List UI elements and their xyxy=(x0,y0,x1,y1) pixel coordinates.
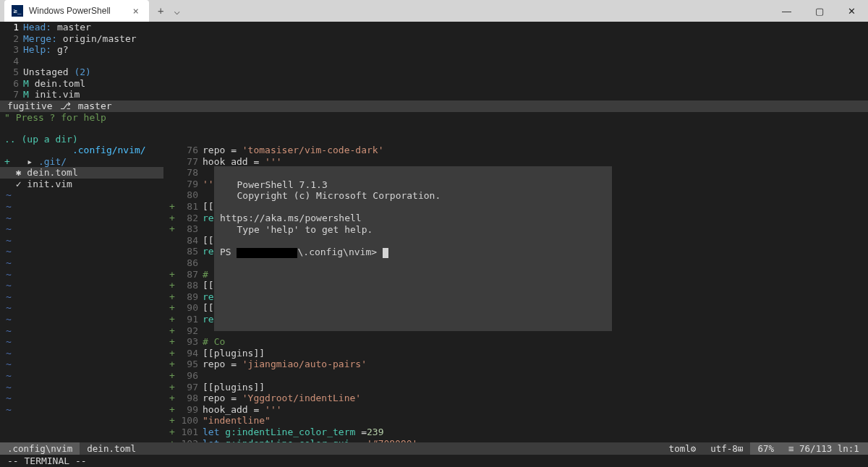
empty-line: ~ xyxy=(0,393,163,404)
statusline: .config\nvim dein.toml toml ⚙ utf-8 ⊞ 67… xyxy=(0,442,868,455)
empty-line: ~ xyxy=(0,189,163,201)
code-line[interactable]: +97[[plugins]] xyxy=(163,382,868,393)
status-percent: 67% xyxy=(750,442,781,455)
status-ruler: ≡ 76/113 ln:1 xyxy=(781,442,868,455)
branch-name: master xyxy=(78,100,112,111)
empty-line: ~ xyxy=(0,314,163,325)
empty-line: ~ xyxy=(0,404,163,416)
os-icon: ⊞ xyxy=(738,443,744,454)
tree-item[interactable]: ✱ dein.toml xyxy=(0,167,163,179)
term-line: https://aka.ms/powershell xyxy=(220,213,362,223)
empty-line: ~ xyxy=(0,382,163,393)
term-line: Type 'help' to get help. xyxy=(220,224,373,235)
fugitive-line[interactable]: 4 xyxy=(0,56,868,67)
empty-line: ~ xyxy=(0,235,163,247)
empty-line: ~ xyxy=(0,291,163,303)
fugitive-statusline: fugitive ⎇ master xyxy=(0,100,868,112)
empty-line: ~ xyxy=(0,213,163,224)
tree-item[interactable]: ✓ init.vim xyxy=(0,179,163,190)
code-line[interactable]: +99hook_add = ''' xyxy=(163,404,868,416)
empty-line: ~ xyxy=(0,269,163,280)
file-tree-pane[interactable]: .config/nvim/+ ▸ .git/ ✱ dein.toml ✓ ini… xyxy=(0,145,163,442)
term-line: PowerShell 7.1.3 xyxy=(220,179,328,190)
fugitive-summary-pane[interactable]: 1Head: master2Merge: origin/master3Help:… xyxy=(0,22,868,100)
empty-line: ~ xyxy=(0,302,163,314)
empty-line: ~ xyxy=(0,223,163,235)
tab-title: Windows PowerShell xyxy=(29,6,124,16)
status-path: .config\nvim xyxy=(0,442,80,455)
fugitive-line[interactable]: 5Unstaged (2) xyxy=(0,67,868,78)
empty-line: ~ xyxy=(0,325,163,337)
empty-line: ~ xyxy=(0,359,163,370)
nerdtree-hint: " Press ? for help xyxy=(0,112,868,123)
code-line[interactable]: +100"indentline" xyxy=(163,415,868,427)
code-line[interactable]: +102let g:indentLine_color_gui = '#70809… xyxy=(163,438,868,442)
code-line[interactable]: 77hook_add = ''' xyxy=(163,156,868,168)
gear-icon: ⚙ xyxy=(691,443,697,454)
empty-line: ~ xyxy=(0,246,163,257)
status-filename: dein.toml xyxy=(80,442,143,455)
tab-dropdown-icon[interactable]: ⌵ xyxy=(174,5,179,17)
close-tab-icon[interactable]: × xyxy=(130,5,142,17)
maximize-button[interactable]: ▢ xyxy=(803,0,835,22)
tree-root-path: .config/nvim/ xyxy=(0,145,163,156)
tree-item[interactable]: + ▸ .git/ xyxy=(0,156,163,168)
tab-powershell[interactable]: ≥_ Windows PowerShell × xyxy=(4,0,149,22)
fugitive-line[interactable]: 2Merge: origin/master xyxy=(0,33,868,45)
empty-line: ~ xyxy=(0,370,163,382)
code-line[interactable]: +93# Co xyxy=(163,336,868,348)
mode-indicator: -- TERMINAL -- xyxy=(0,455,868,467)
fugitive-line[interactable]: 3Help: g? xyxy=(0,44,868,56)
redacted-user-path xyxy=(237,248,297,258)
fugitive-line[interactable]: 1Head: master xyxy=(0,22,868,33)
empty-line: ~ xyxy=(0,336,163,348)
branch-icon: ⎇ xyxy=(60,100,71,111)
fugitive-line[interactable]: 7M init.vim xyxy=(0,89,868,100)
fugitive-line[interactable]: 6M dein.toml xyxy=(0,78,868,90)
code-line[interactable]: +98repo = 'Yggdroot/indentLine' xyxy=(163,393,868,404)
code-line[interactable]: 76repo = 'tomasiser/vim-code-dark' xyxy=(163,145,868,156)
cursor xyxy=(383,248,388,258)
code-line[interactable]: +95repo = 'jiangmiao/auto-pairs' xyxy=(163,359,868,370)
tree-up-dir[interactable]: .. (up a dir) xyxy=(0,134,868,145)
empty-line: ~ xyxy=(0,257,163,269)
tab-actions: + ⌵ xyxy=(149,5,189,17)
empty-line: ~ xyxy=(0,201,163,213)
status-encoding: utf-8 ⊞ xyxy=(703,442,750,455)
term-line: Copyright (c) Microsoft Corporation. xyxy=(220,190,441,201)
empty-line: ~ xyxy=(0,348,163,359)
code-line[interactable]: +101let g:indentLine_color_term =239 xyxy=(163,427,868,438)
status-filetype: toml ⚙ xyxy=(662,442,704,455)
close-button[interactable]: ✕ xyxy=(835,0,868,22)
code-line[interactable]: +96 xyxy=(163,370,868,382)
new-tab-icon[interactable]: + xyxy=(158,5,163,17)
titlebar: ≥_ Windows PowerShell × + ⌵ — ▢ ✕ xyxy=(0,0,868,22)
term-prompt[interactable]: PS \.config\nvim> xyxy=(220,247,388,257)
powershell-icon: ≥_ xyxy=(12,5,23,17)
fugitive-label: fugitive xyxy=(7,100,53,111)
floating-terminal[interactable]: PowerShell 7.1.3 Copyright (c) Microsoft… xyxy=(214,166,612,331)
empty-line: ~ xyxy=(0,280,163,291)
code-line[interactable]: +94[[plugins]] xyxy=(163,348,868,359)
minimize-button[interactable]: — xyxy=(770,0,803,22)
